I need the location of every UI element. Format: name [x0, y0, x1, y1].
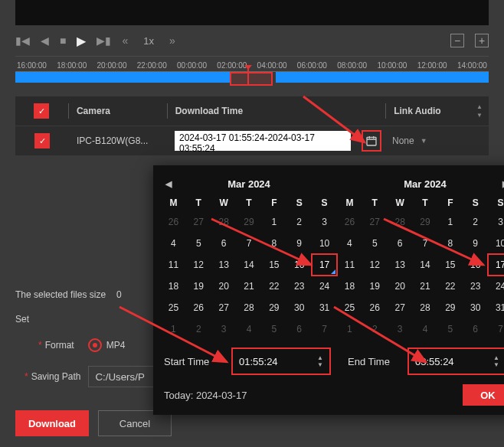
calendar-day[interactable]: 29 [437, 297, 463, 318]
slower-button[interactable]: « [122, 34, 128, 47]
calendar-day[interactable]: 4 [337, 233, 362, 254]
calendar-day[interactable]: 25 [337, 297, 362, 318]
calendar-day[interactable]: 19 [362, 276, 388, 297]
calendar-day[interactable]: 2 [286, 211, 312, 233]
calendar-day[interactable]: 26 [161, 211, 186, 233]
calendar-day[interactable]: 21 [413, 276, 438, 297]
calendar-day[interactable]: 15 [261, 254, 286, 276]
calendar-day[interactable]: 28 [413, 297, 438, 318]
calendar-day[interactable]: 31 [488, 297, 504, 318]
faster-button[interactable]: » [169, 34, 175, 47]
calendar-day[interactable]: 28 [237, 297, 262, 318]
first-frame-button[interactable]: ▮◀ [15, 34, 30, 47]
calendar-day[interactable]: 18 [161, 276, 186, 297]
calendar-day[interactable]: 8 [261, 233, 286, 254]
calendar-day[interactable]: 19 [186, 276, 211, 297]
calendar-day[interactable]: 3 [488, 211, 504, 233]
play-button[interactable]: ▶ [77, 34, 86, 48]
calendar-day[interactable]: 5 [186, 233, 211, 254]
calendar-day[interactable]: 12 [362, 254, 388, 276]
calendar-day[interactable]: 5 [437, 318, 463, 340]
calendar-day[interactable]: 6 [463, 318, 488, 340]
calendar-day[interactable]: 7 [312, 318, 337, 340]
calendar-day[interactable]: 10 [312, 233, 337, 254]
calendar-day[interactable]: 28 [211, 211, 237, 233]
calendar-day[interactable]: 28 [388, 211, 413, 233]
calendar-day[interactable]: 26 [186, 297, 211, 318]
calendar-day[interactable]: 16 [286, 254, 312, 276]
calendar-day[interactable]: 21 [237, 276, 262, 297]
calendar-day[interactable]: 27 [211, 297, 237, 318]
calendar-day[interactable]: 7 [413, 233, 438, 254]
stepper-icon[interactable]: ▲▼ [317, 354, 323, 368]
calendar-day[interactable]: 27 [186, 211, 211, 233]
format-mp4-radio[interactable]: MP4 [88, 338, 126, 352]
calendar-day[interactable]: 3 [312, 211, 337, 233]
calendar-day[interactable]: 13 [388, 254, 413, 276]
calendar-day[interactable]: 11 [161, 254, 186, 276]
scroll-arrows[interactable]: ▲▼ [476, 103, 489, 119]
calendar-day[interactable]: 7 [237, 233, 262, 254]
calendar-day[interactable]: 18 [337, 276, 362, 297]
ok-button[interactable]: OK [463, 384, 504, 406]
calendar-day[interactable]: 27 [388, 297, 413, 318]
calendar-day[interactable]: 10 [488, 233, 504, 254]
calendar-day[interactable]: 3 [388, 318, 413, 340]
calendar-icon[interactable] [362, 130, 381, 152]
step-back-button[interactable]: ◀ [41, 34, 49, 47]
calendar-day[interactable]: 29 [413, 211, 438, 233]
calendar-day[interactable]: 9 [286, 233, 312, 254]
end-time-input[interactable]: 03:55:24 ▲▼ [407, 347, 504, 375]
calendar-day[interactable]: 20 [211, 276, 237, 297]
download-time-input[interactable]: 2024-03-17 01:55:24-2024-03-17 03:55:24 [175, 131, 351, 151]
calendar-day[interactable]: 8 [437, 233, 463, 254]
timeline[interactable]: 16:00:0018:00:0020:00:0022:00:0000:00:00… [15, 57, 489, 86]
link-audio-select[interactable]: None ▼ [392, 135, 427, 146]
calendar-day[interactable]: 2 [463, 211, 488, 233]
calendar-day[interactable]: 1 [337, 318, 362, 340]
calendar-day[interactable]: 29 [237, 211, 262, 233]
calendar-day[interactable]: 13 [211, 254, 237, 276]
calendar-day[interactable]: 31 [312, 297, 337, 318]
calendar-day[interactable]: 6 [211, 233, 237, 254]
calendar-day[interactable]: 6 [388, 233, 413, 254]
calendar-day[interactable]: 4 [161, 233, 186, 254]
timeline-track[interactable] [15, 71, 489, 86]
calendar-day[interactable]: 30 [463, 297, 488, 318]
calendar-day[interactable]: 14 [237, 254, 262, 276]
calendar-day[interactable]: 26 [362, 297, 388, 318]
calendar-day[interactable]: 2 [362, 318, 388, 340]
calendar-day[interactable]: 26 [337, 211, 362, 233]
calendar-day[interactable]: 4 [413, 318, 438, 340]
calendar-day[interactable]: 4 [237, 318, 262, 340]
calendar-day[interactable]: 16 [463, 254, 488, 276]
calendar-day[interactable]: 6 [286, 318, 312, 340]
select-all-checkbox[interactable]: ✓ [34, 103, 49, 119]
calendar-day[interactable]: 7 [488, 318, 504, 340]
calendar-day[interactable]: 12 [186, 254, 211, 276]
stop-button[interactable]: ■ [60, 34, 66, 47]
calendar-day[interactable]: 25 [161, 297, 186, 318]
zoom-out-button[interactable]: − [450, 34, 464, 47]
calendar-day[interactable]: 14 [413, 254, 438, 276]
step-forward-button[interactable]: ▶▮ [97, 34, 111, 47]
calendar-day[interactable]: 15 [437, 254, 463, 276]
calendar-day[interactable]: 17 [488, 254, 504, 276]
calendar-day[interactable]: 1 [161, 318, 186, 340]
playhead[interactable] [247, 69, 249, 86]
calendar-day[interactable]: 27 [362, 211, 388, 233]
zoom-in-button[interactable]: + [475, 34, 489, 47]
prev-month-button[interactable]: ◀ [165, 179, 172, 189]
calendar-day[interactable]: 5 [261, 318, 286, 340]
calendar-day[interactable]: 17 [312, 254, 337, 276]
calendar-day[interactable]: 3 [211, 318, 237, 340]
calendar-day[interactable]: 1 [437, 211, 463, 233]
calendar-day[interactable]: 11 [337, 254, 362, 276]
selected-range[interactable] [230, 72, 273, 86]
calendar-day[interactable]: 20 [388, 276, 413, 297]
calendar-day[interactable]: 2 [186, 318, 211, 340]
row-checkbox[interactable]: ✓ [34, 133, 50, 148]
calendar-day[interactable]: 23 [286, 276, 312, 297]
calendar-day[interactable]: 22 [437, 276, 463, 297]
saving-path-input[interactable] [88, 366, 163, 387]
